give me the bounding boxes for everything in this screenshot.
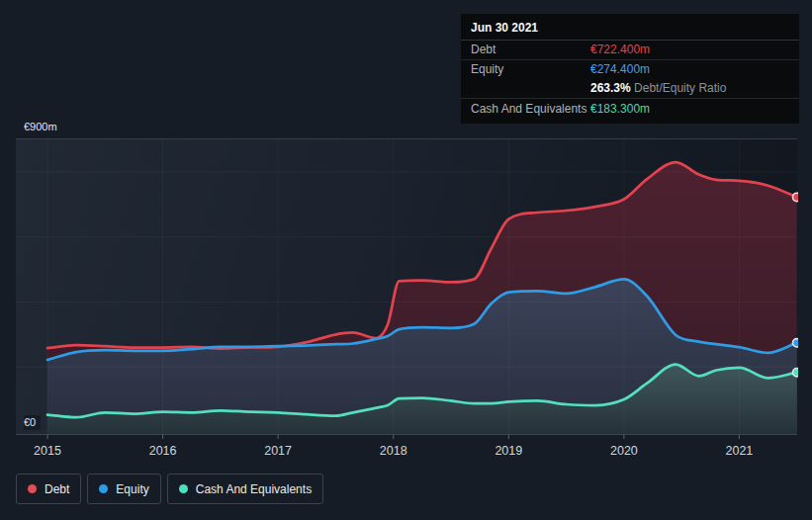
legend-item-equity[interactable]: Equity	[87, 474, 160, 504]
x-axis-label-2017: 2017	[264, 444, 292, 458]
x-axis-label-2019: 2019	[495, 444, 522, 458]
x-axis-label-2016: 2016	[149, 444, 177, 458]
y-axis-label-max: €900m	[24, 120, 62, 134]
equity-marker[interactable]	[793, 339, 801, 347]
tooltip-row-ratio: 263.3% Debt/Equity Ratio	[461, 79, 799, 99]
equity-legend-dot	[99, 484, 108, 493]
debt-equity-chart-module: 2015201620172018201920202021 €900m €0 Ju…	[0, 0, 812, 520]
x-axis-label-2015: 2015	[34, 444, 61, 458]
cash-legend-dot	[179, 484, 188, 493]
legend-item-debt[interactable]: Debt	[16, 474, 81, 504]
tooltip-date: Jun 30 2021	[461, 14, 799, 41]
legend-label-debt: Debt	[45, 482, 69, 496]
tooltip-row-debt: Debt €722.400m	[461, 41, 799, 60]
tooltip-row-cash: Cash And Equivalents €183.300m	[461, 99, 799, 124]
legend-label-cash: Cash And Equivalents	[196, 482, 312, 496]
chart-tooltip: Jun 30 2021 Debt €722.400m Equity €274.4…	[461, 14, 799, 124]
y-axis-label-zero: €0	[24, 415, 41, 430]
tooltip-cash-label: Cash And Equivalents	[471, 102, 590, 117]
tooltip-debt-label: Debt	[471, 43, 590, 57]
cash-and-equivalents-marker[interactable]	[793, 369, 801, 377]
tooltip-ratio-value: 263.3% Debt/Equity Ratio	[590, 81, 789, 96]
debt-marker[interactable]	[793, 193, 801, 201]
x-axis-label-2018: 2018	[380, 444, 407, 458]
legend-item-cash[interactable]: Cash And Equivalents	[167, 474, 323, 504]
tooltip-debt-value: €722.400m	[590, 43, 789, 57]
tooltip-equity-label: Equity	[471, 62, 590, 77]
tooltip-row-equity: Equity €274.400m	[461, 60, 799, 79]
legend-label-equity: Equity	[116, 482, 148, 496]
debt-legend-dot	[28, 484, 37, 493]
x-axis-label-2020: 2020	[610, 444, 638, 458]
chart-legend: Debt Equity Cash And Equivalents	[16, 474, 323, 504]
tooltip-cash-value: €183.300m	[590, 102, 789, 117]
x-axis-label-2021: 2021	[725, 444, 753, 458]
tooltip-equity-value: €274.400m	[590, 62, 789, 77]
